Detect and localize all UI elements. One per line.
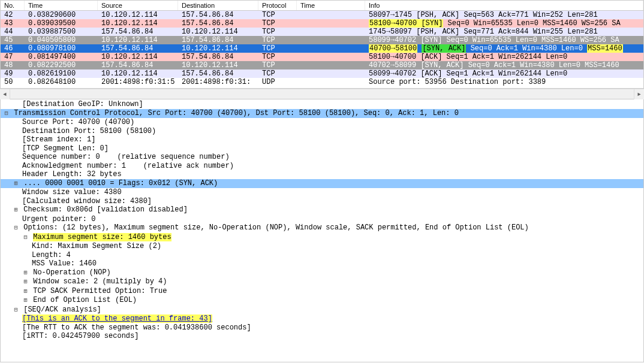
expand-icon[interactable]: ⊞ [22, 288, 29, 297]
table-row[interactable]: 440.039887500157.54.86.8410.120.12.114TC… [1, 28, 643, 36]
nop-option[interactable]: ⊞ No-Operation (NOP) [1, 268, 643, 278]
seg-len: [TCP Segment Len: 0] [1, 144, 643, 153]
tcp-header-line[interactable]: ⊟ Transmission Control Protocol, Src Por… [1, 109, 643, 119]
packet-list-header[interactable]: No. Time Source Destination Protocol Tim… [1, 1, 643, 11]
rtt: [The RTT to ACK the segment was: 0.04193… [1, 323, 643, 332]
packet-list-pane[interactable]: No. Time Source Destination Protocol Tim… [0, 0, 644, 89]
collapse-icon[interactable]: ⊟ [22, 234, 29, 243]
table-row[interactable]: 480.082292500157.54.86.8410.120.12.114TC… [1, 61, 643, 69]
hdr-len: Header Length: 32 bytes [1, 170, 643, 179]
win-size: Window size value: 4380 [1, 188, 643, 197]
table-row[interactable]: 450.04050580010.120.12.114157.54.86.84TC… [1, 36, 643, 44]
mss-option[interactable]: ⊟ Maximum segment size: 1460 bytes [1, 233, 643, 243]
col-protocol[interactable]: Protocol [258, 1, 297, 10]
expand-icon[interactable]: ⊞ [22, 297, 29, 305]
col-no[interactable]: No. [1, 1, 25, 10]
table-row[interactable]: 430.03903950010.120.12.114157.54.86.84TC… [1, 19, 643, 28]
collapse-icon[interactable]: ⊟ [13, 224, 19, 233]
col-info[interactable]: Info [365, 1, 643, 10]
urg-ptr: Urgent pointer: 0 [1, 215, 643, 224]
collapse-icon[interactable]: ⊟ [13, 306, 19, 315]
packet-rows[interactable]: 420.03829060010.120.12.114157.54.86.84TC… [1, 11, 643, 86]
col-time[interactable]: Time [25, 1, 98, 10]
table-row[interactable]: 420.03829060010.120.12.114157.54.86.84TC… [1, 11, 643, 19]
irtt: [iRTT: 0.042457900 seconds] [1, 332, 643, 341]
expand-icon[interactable]: ⊞ [22, 269, 29, 278]
table-row[interactable]: 470.08149740010.120.12.114157.54.86.84TC… [1, 53, 643, 61]
dst-port: Destination Port: 58100 (58100) [1, 127, 643, 136]
sack-option[interactable]: ⊞ TCP SACK Permitted Option: True [1, 287, 643, 297]
checksum[interactable]: ⊞ Checksum: 0x806d [validation disabled] [1, 205, 643, 215]
scroll-right-icon[interactable]: ► [634, 89, 644, 99]
flags-line[interactable]: ⊞ .... 0000 0001 0010 = Flags: 0x012 (SY… [1, 179, 643, 189]
col-source[interactable]: Source [98, 1, 178, 10]
table-row[interactable]: 460.080978100157.54.86.8410.120.12.114TC… [1, 44, 643, 53]
col-time2[interactable]: Time [297, 1, 365, 10]
options[interactable]: ⊟ Options: (12 bytes), Maximum segment s… [1, 223, 643, 233]
seq-num: Sequence number: 0 (relative sequence nu… [1, 153, 643, 162]
geoip-line: [Destination GeoIP: Unknown] [1, 100, 643, 109]
table-row[interactable]: 500.0826481002001:4898:f0:31:52001:4898:… [1, 78, 643, 86]
seqack-analysis[interactable]: ⊟ [SEQ/ACK analysis] [1, 305, 643, 315]
wscale-option[interactable]: ⊞ Window scale: 2 (multiply by 4) [1, 277, 643, 287]
mss-kind: Kind: Maximum Segment Size (2) [1, 242, 643, 251]
packet-details-pane[interactable]: [Destination GeoIP: Unknown] ⊟ Transmiss… [0, 99, 644, 362]
mss-value: MSS Value: 1460 [1, 259, 643, 268]
eol-option[interactable]: ⊞ End of Option List (EOL) [1, 296, 643, 305]
ack-num: Acknowledgment number: 1 (relative ack n… [1, 162, 643, 171]
mss-length: Length: 4 [1, 251, 643, 260]
expand-icon[interactable]: ⊞ [13, 206, 19, 215]
ack-to-frame[interactable]: [This is an ACK to the segment in frame:… [1, 314, 643, 323]
hscroll-packet-list[interactable]: ◄ ► [0, 89, 644, 99]
scroll-left-icon[interactable]: ◄ [0, 89, 10, 99]
expand-icon[interactable]: ⊞ [22, 278, 29, 287]
stream-index: [Stream index: 1] [1, 135, 643, 144]
table-row[interactable]: 490.08261910010.120.12.114157.54.86.84TC… [1, 69, 643, 78]
collapse-icon[interactable]: ⊟ [3, 110, 10, 119]
expand-icon[interactable]: ⊞ [13, 180, 19, 189]
src-port: Source Port: 40700 (40700) [1, 118, 643, 127]
col-destination[interactable]: Destination [178, 1, 258, 10]
calc-win: [Calculated window size: 4380] [1, 197, 643, 206]
